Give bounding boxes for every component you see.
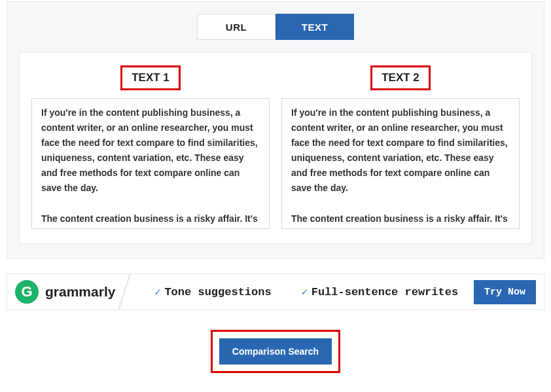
column-right-header: TEXT 2 [370, 65, 431, 90]
columns: TEXT 1 TEXT 2 [31, 65, 520, 229]
tab-url[interactable]: URL [197, 14, 276, 40]
tabs: URL TEXT [19, 14, 532, 40]
ad-banner: G grammarly ✓ Tone suggestions ✓ Full-se… [7, 274, 544, 310]
check-icon: ✓ [154, 286, 160, 298]
column-left-header: TEXT 1 [120, 65, 181, 90]
tab-text[interactable]: TEXT [276, 14, 354, 40]
check-icon: ✓ [302, 286, 308, 298]
action-highlight-box: Comparison Search [211, 330, 340, 373]
column-left: TEXT 1 [31, 65, 270, 229]
ad-brand-name: grammarly [45, 284, 115, 300]
try-now-button[interactable]: Try Now [474, 280, 536, 304]
comparison-search-button[interactable]: Comparison Search [219, 338, 332, 365]
text-input-1[interactable] [31, 98, 270, 229]
grammarly-logo-icon: G [15, 280, 39, 304]
column-right: TEXT 2 [281, 65, 520, 229]
ad-separator [116, 274, 133, 310]
ad-feature-2: ✓ Full-sentence rewrites [302, 286, 458, 298]
ad-feature-2-text: Full-sentence rewrites [311, 286, 458, 298]
action-wrap: Comparison Search [0, 330, 551, 373]
ad-features: ✓ Tone suggestions ✓ Full-sentence rewri… [154, 286, 474, 298]
content-panel: TEXT 1 TEXT 2 [19, 52, 532, 244]
text-input-2[interactable] [281, 98, 520, 229]
ad-feature-1-text: Tone suggestions [164, 286, 271, 298]
ad-feature-1: ✓ Tone suggestions [154, 286, 271, 298]
main-panel: URL TEXT TEXT 1 TEXT 2 [7, 1, 544, 259]
